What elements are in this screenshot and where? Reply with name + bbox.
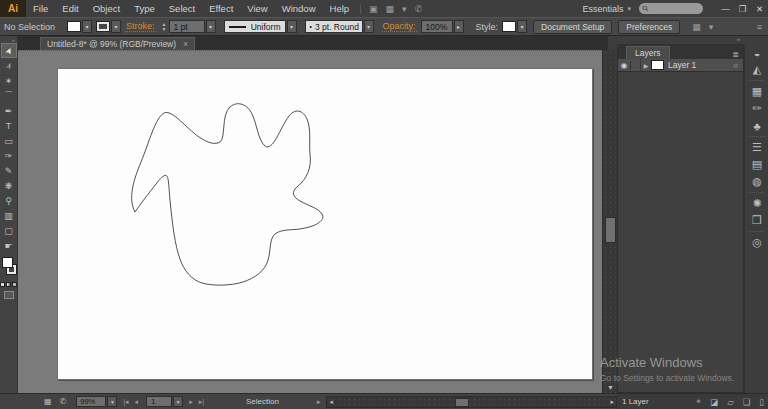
brushes-panel-icon[interactable]: ✏ bbox=[745, 100, 768, 117]
direct-selection-tool[interactable]: ➢ bbox=[1, 58, 17, 73]
align-options-icon[interactable]: ▦ bbox=[688, 22, 705, 32]
layer-thumbnail[interactable] bbox=[651, 60, 664, 70]
opacity-panel-link[interactable]: Opacity: bbox=[382, 21, 417, 32]
close-button[interactable]: ✕ bbox=[751, 4, 768, 14]
stroke-panel-icon[interactable]: ☰ bbox=[745, 139, 768, 156]
status-grid-icon[interactable]: ▦ bbox=[44, 397, 52, 406]
arrange-documents-icon[interactable]: ▦ bbox=[382, 4, 399, 14]
blob-brush-tool[interactable]: ❋ bbox=[1, 178, 17, 193]
align-options-arrow-icon[interactable]: ▾ bbox=[705, 22, 718, 32]
document-tab[interactable]: Untitled-8* @ 99% (RGB/Preview) × bbox=[40, 37, 195, 50]
artboard-tool[interactable]: ▢ bbox=[1, 223, 17, 238]
none-mode-button[interactable] bbox=[12, 282, 17, 287]
symbols-panel-icon[interactable]: ♣ bbox=[745, 117, 768, 134]
style-dropdown-icon[interactable]: ▾ bbox=[517, 20, 527, 33]
gradient-panel-icon[interactable]: ▤ bbox=[745, 156, 768, 173]
locate-object-icon[interactable]: ⌖ bbox=[696, 396, 701, 407]
document-setup-button[interactable]: Document Setup bbox=[533, 20, 612, 34]
hand-tool[interactable]: ☛ bbox=[1, 238, 17, 253]
share-icon[interactable]: ✆ bbox=[411, 4, 427, 14]
brush-definition-dropdown-icon[interactable]: ▾ bbox=[364, 20, 374, 33]
canvas-pasteboard[interactable] bbox=[18, 50, 602, 393]
layer-row[interactable]: ◉ ▶ Layer 1 ○ bbox=[618, 59, 743, 72]
fill-stroke-control[interactable] bbox=[0, 257, 18, 279]
pencil-tool[interactable]: ✎ bbox=[1, 163, 17, 178]
gradient-mode-button[interactable] bbox=[6, 282, 11, 287]
magic-wand-tool[interactable]: ✶ bbox=[1, 73, 17, 88]
graphic-styles-panel-icon[interactable]: ❒ bbox=[745, 212, 768, 229]
stroke-color-dropdown-icon[interactable]: ▾ bbox=[111, 20, 121, 33]
eyedropper-tool[interactable]: ⚲ bbox=[1, 193, 17, 208]
menu-edit[interactable]: Edit bbox=[55, 3, 85, 14]
menu-effect[interactable]: Effect bbox=[202, 3, 240, 14]
kuler-panel-icon[interactable]: ◎ bbox=[745, 234, 768, 251]
previous-artboard-icon[interactable]: ◂ bbox=[135, 398, 139, 406]
preferences-button[interactable]: Preferences bbox=[618, 20, 680, 34]
tools-collapse-icon[interactable]: « bbox=[0, 36, 17, 43]
minimize-button[interactable]: — bbox=[717, 4, 734, 14]
new-sublayer-icon[interactable]: ▱ bbox=[727, 397, 734, 407]
style-swatch[interactable] bbox=[502, 21, 516, 32]
stroke-weight-dropdown-icon[interactable]: ▾ bbox=[206, 20, 216, 33]
artboard-dropdown-icon[interactable]: ▾ bbox=[173, 396, 183, 407]
menu-select[interactable]: Select bbox=[162, 3, 202, 14]
status-export-icon[interactable]: ✆ bbox=[60, 397, 67, 406]
lasso-tool[interactable]: ⌒ bbox=[1, 88, 17, 103]
menu-help[interactable]: Help bbox=[323, 3, 357, 14]
layers-panel-menu-icon[interactable]: ≣ bbox=[732, 50, 739, 59]
next-artboard-icon[interactable]: ▸ bbox=[189, 398, 193, 406]
color-panel-icon[interactable]: ◒ bbox=[745, 44, 768, 61]
rectangle-tool[interactable]: ▭ bbox=[1, 133, 17, 148]
column-graph-tool[interactable]: ▥ bbox=[1, 208, 17, 223]
arrange-documents-arrow-icon[interactable]: ▾ bbox=[398, 4, 411, 14]
zoom-dropdown-icon[interactable]: ▾ bbox=[107, 396, 117, 407]
fill-indicator-swatch[interactable] bbox=[2, 257, 13, 268]
tab-close-icon[interactable]: × bbox=[183, 39, 188, 49]
search-input[interactable]: ⚲ bbox=[639, 3, 703, 14]
make-clipping-mask-icon[interactable]: ◪ bbox=[710, 397, 718, 407]
pen-tool[interactable]: ✒ bbox=[1, 103, 17, 118]
swatches-panel-icon[interactable]: ▦ bbox=[745, 83, 768, 100]
menu-window[interactable]: Window bbox=[275, 3, 323, 14]
fill-color-dropdown-icon[interactable]: ▾ bbox=[82, 20, 92, 33]
type-tool[interactable]: T bbox=[1, 118, 17, 133]
delete-layer-icon[interactable]: ▯ bbox=[759, 397, 764, 407]
brush-definition-select[interactable]: • 3 pt. Round bbox=[305, 20, 363, 33]
appearance-panel-icon[interactable]: ✺ bbox=[745, 195, 768, 212]
horizontal-scrollbar-thumb[interactable] bbox=[455, 398, 469, 407]
fill-color-swatch[interactable] bbox=[67, 21, 81, 32]
horizontal-scrollbar[interactable]: ◂ ▸ bbox=[326, 396, 617, 408]
color-guide-panel-icon[interactable]: ◭ bbox=[745, 61, 768, 78]
layer-name[interactable]: Layer 1 bbox=[668, 60, 696, 70]
expand-layer-icon[interactable]: ▶ bbox=[641, 62, 651, 69]
workspace-arrow-icon[interactable]: ▾ bbox=[627, 5, 639, 13]
stroke-panel-link[interactable]: Stroke: bbox=[125, 21, 156, 32]
workspace-switcher[interactable]: Essentials bbox=[578, 4, 627, 14]
lock-toggle-cell[interactable] bbox=[631, 59, 641, 72]
menu-file[interactable]: File bbox=[26, 3, 55, 14]
first-artboard-icon[interactable]: |◂ bbox=[123, 398, 128, 406]
scroll-left-icon[interactable]: ◂ bbox=[329, 398, 333, 406]
zoom-level-value[interactable]: 99% bbox=[76, 396, 106, 407]
layer-target-icon[interactable]: ○ bbox=[733, 61, 738, 70]
transparency-panel-icon[interactable]: ◍ bbox=[745, 173, 768, 190]
scroll-down-icon[interactable]: ▼ bbox=[603, 384, 618, 391]
layers-tab[interactable]: Layers bbox=[626, 46, 670, 59]
vertical-scrollbar[interactable]: ▼ bbox=[602, 50, 617, 393]
menu-object[interactable]: Object bbox=[86, 3, 127, 14]
bridge-icon[interactable]: ▣ bbox=[365, 4, 382, 14]
artboard-number-value[interactable]: 1 bbox=[146, 396, 172, 407]
stepper-down-icon[interactable]: ▼ bbox=[162, 27, 167, 32]
control-panel-menu-icon[interactable]: ≡ bbox=[757, 22, 762, 32]
restore-button[interactable]: ❐ bbox=[734, 4, 751, 14]
drawing-modes-button[interactable] bbox=[4, 291, 14, 299]
opacity-more-icon[interactable]: ▸ bbox=[454, 20, 464, 33]
menu-view[interactable]: View bbox=[240, 3, 274, 14]
stroke-color-swatch[interactable] bbox=[96, 21, 110, 32]
vertical-scrollbar-thumb[interactable] bbox=[605, 217, 616, 243]
dock-collapse-icon[interactable]: « bbox=[617, 36, 768, 44]
color-mode-button[interactable] bbox=[0, 282, 5, 287]
freeform-path-shape[interactable] bbox=[18, 51, 602, 393]
menu-type[interactable]: Type bbox=[127, 3, 162, 14]
selection-tool[interactable]: ➤ bbox=[1, 43, 17, 58]
